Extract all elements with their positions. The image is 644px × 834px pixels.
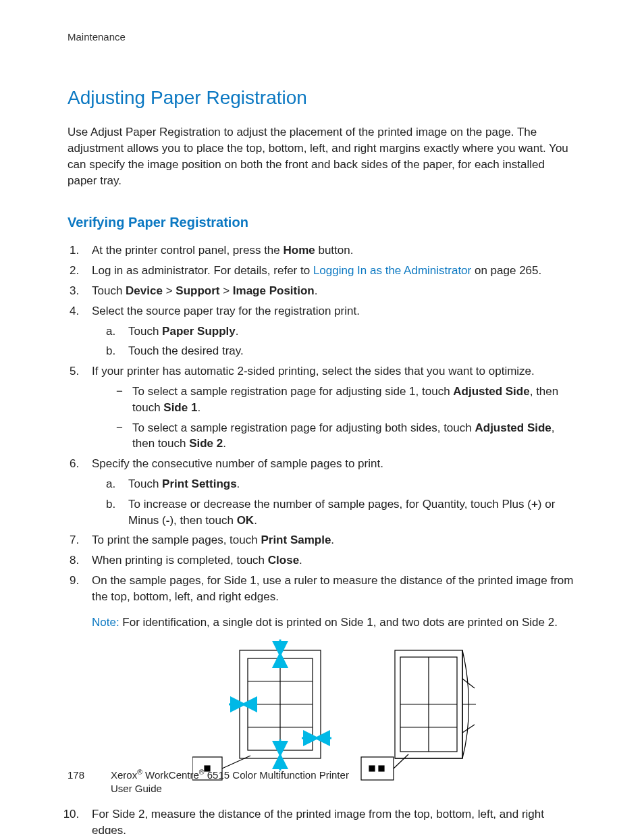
page-number: 178 — [68, 768, 95, 795]
step-5-dash-2: To select a sample registration page for… — [116, 420, 576, 452]
text: > — [163, 284, 176, 297]
step-4-sublist: Touch Paper Supply. Touch the desired tr… — [92, 323, 576, 360]
step-10: For Side 2, measure the distance of the … — [82, 806, 576, 834]
text: . — [197, 401, 200, 414]
text: . — [331, 533, 334, 546]
bold: Adjusted Side — [453, 385, 529, 398]
bold: OK — [237, 514, 254, 527]
footer-text: Xerox® WorkCentre® 6515 Color Multifunct… — [111, 768, 349, 795]
text: On the sample pages, for Side 1, use a r… — [92, 574, 573, 603]
svg-rect-25 — [379, 766, 384, 771]
step-3: Touch Device > Support > Image Position. — [82, 283, 576, 299]
text: To increase or decrease the number of sa… — [128, 498, 531, 511]
step-4b: Touch the desired tray. — [119, 343, 576, 359]
bold: + — [531, 498, 538, 511]
svg-line-15 — [222, 756, 250, 768]
text: At the printer control panel, press the — [92, 244, 284, 257]
step-4: Select the source paper tray for the reg… — [82, 303, 576, 359]
bold: Support — [176, 284, 219, 297]
text: Specify the consecutive number of sample… — [92, 457, 383, 470]
text: > — [219, 284, 232, 297]
step-5-dash-1: To select a sample registration page for… — [116, 384, 576, 416]
bold: Print Settings — [162, 477, 237, 490]
page: Maintenance Adjusting Paper Registration… — [0, 0, 644, 834]
step-6b: To increase or decrease the number of sa… — [119, 496, 576, 529]
diagram-svg — [192, 638, 476, 787]
text: on page 265. — [471, 264, 541, 277]
step-4a: Touch Paper Supply. — [119, 323, 576, 340]
text: . — [237, 477, 240, 490]
text: . — [236, 325, 239, 338]
intro-paragraph: Use Adjust Paper Registration to adjust … — [68, 124, 576, 188]
subsection-title: Verifying Paper Registration — [68, 213, 576, 232]
bold: Device — [126, 284, 163, 297]
text: . — [315, 284, 318, 297]
text: . — [254, 514, 257, 527]
text: Touch — [92, 284, 126, 297]
text: button. — [315, 244, 354, 257]
text: ), then touch — [169, 514, 236, 527]
step-9: On the sample pages, for Side 1, use a r… — [82, 573, 576, 791]
link-login-admin[interactable]: Logging In as the Administrator — [313, 264, 471, 277]
text: . — [223, 437, 226, 450]
step-1: At the printer control panel, press the … — [82, 242, 576, 259]
bold: Side 2 — [189, 437, 223, 450]
text: . — [299, 554, 302, 567]
footer-line-2: User Guide — [111, 782, 349, 796]
bold: Close — [268, 554, 299, 567]
step-7: To print the sample pages, touch Print S… — [82, 532, 576, 548]
note-text: For identification, a single dot is prin… — [119, 616, 558, 629]
footer: 178 Xerox® WorkCentre® 6515 Color Multif… — [68, 768, 349, 795]
step-5: If your printer has automatic 2-sided pr… — [82, 363, 576, 452]
bold: Adjusted Side — [475, 421, 551, 434]
step-2: Log in as administrator. For details, re… — [82, 263, 576, 279]
step-8: When printing is completed, touch Close. — [82, 552, 576, 569]
section-title: Adjusting Paper Registration — [68, 84, 576, 111]
footer-line-1: Xerox® WorkCentre® 6515 Color Multifunct… — [111, 768, 349, 782]
text: To print the sample pages, touch — [92, 533, 261, 546]
text: If your printer has automatic 2-sided pr… — [92, 365, 535, 377]
bold: Side 1 — [163, 401, 197, 414]
text: Touch — [128, 477, 162, 490]
steps-list: At the printer control panel, press the … — [68, 242, 576, 834]
bold: Paper Supply — [162, 325, 236, 338]
svg-rect-24 — [369, 766, 375, 771]
svg-line-23 — [394, 754, 408, 768]
text: To select a sample registration page for… — [132, 421, 475, 434]
step-6a: Touch Print Settings. — [119, 476, 576, 492]
running-head: Maintenance — [68, 30, 576, 44]
note-label: Note: — [92, 616, 119, 629]
svg-rect-22 — [361, 757, 394, 780]
text: Log in as administrator. For details, re… — [92, 264, 313, 277]
step-6-sublist: Touch Print Settings. To increase or dec… — [92, 476, 576, 528]
bold: Image Position — [233, 284, 315, 297]
note: Note: For identification, a single dot i… — [92, 615, 576, 631]
text: Select the source paper tray for the reg… — [92, 305, 360, 317]
step-5-sublist: To select a sample registration page for… — [92, 384, 576, 452]
bold: Print Sample — [261, 533, 331, 546]
bold: Home — [284, 244, 315, 257]
text: Touch — [128, 325, 162, 338]
step-6: Specify the consecutive number of sample… — [82, 456, 576, 528]
text: When printing is completed, touch — [92, 554, 268, 567]
text: To select a sample registration page for… — [132, 385, 453, 398]
